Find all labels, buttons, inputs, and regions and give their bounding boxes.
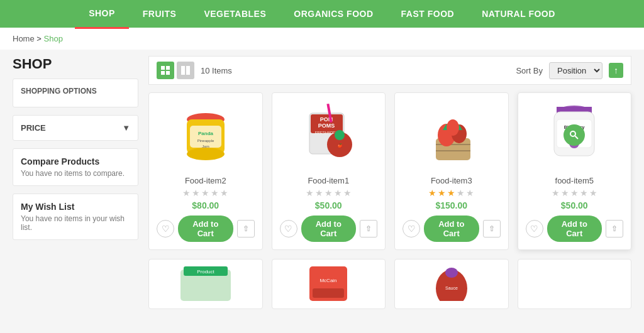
page-title: SHOP <box>13 56 138 72</box>
product-card-bottom-4 <box>518 259 632 309</box>
product-grid-bottom: Product McCain Sauce <box>148 259 631 309</box>
product-price-3: $150.00 <box>435 200 467 210</box>
product-actions-3: ♡ Add to Cart ⇧ <box>402 216 501 242</box>
add-to-cart-button-4[interactable]: Add to Cart <box>547 216 602 242</box>
svg-text:POMS: POMS <box>318 123 335 129</box>
product-name-3: Food-item3 <box>431 176 472 185</box>
product-price-2: $50.00 <box>315 200 342 210</box>
svg-point-8 <box>187 148 225 160</box>
grid-view-button[interactable] <box>157 62 174 79</box>
product-image-2: POM POMS FRESHADES 🍎 <box>294 101 363 170</box>
list-view-button[interactable] <box>177 62 194 79</box>
wishlist-text: You have no items in your wish list. <box>21 214 130 232</box>
svg-text:Panda: Panda <box>198 131 214 136</box>
price-filter-header[interactable]: PRICE ▼ <box>21 123 130 133</box>
product-grid: Panda Pineapple Jam Food-item2 ★ ★ ★ ★ ★… <box>148 92 631 250</box>
svg-text:Pineapple: Pineapple <box>197 139 214 143</box>
main-content: 10 Items Sort By Position Name Price ↑ <box>148 56 631 309</box>
product-actions-1: ♡ Add to Cart ⇧ <box>157 216 255 242</box>
product-price-1: $80.00 <box>192 200 219 210</box>
sort-label: Sort By <box>516 66 543 75</box>
wishlist-button-4[interactable]: ♡ <box>526 220 543 237</box>
svg-point-47 <box>445 268 458 278</box>
svg-point-38 <box>570 131 575 136</box>
svg-text:Product: Product <box>197 269 214 275</box>
compare-button-4[interactable]: ⇧ <box>606 220 623 237</box>
wishlist-box: My Wish List You have no items in your w… <box>13 194 138 240</box>
svg-rect-5 <box>186 66 190 75</box>
product-actions-4: ♡ Add to Cart ⇧ <box>526 216 624 242</box>
svg-text:Sauce: Sauce <box>445 286 458 290</box>
quick-view-overlay[interactable] <box>564 124 585 146</box>
product-name-4: food-item5 <box>555 176 594 185</box>
wishlist-button-3[interactable]: ♡ <box>402 220 420 237</box>
wishlist-title: My Wish List <box>21 202 130 212</box>
sort-direction-button[interactable]: ↑ <box>609 63 623 78</box>
svg-rect-45 <box>313 288 344 298</box>
product-stars-1: ★ ★ ★ ★ ★ <box>182 188 228 198</box>
compare-button-2[interactable]: ⇧ <box>360 220 377 237</box>
product-card-4: Blueberry Supplement ★ food-item5 ★ ★ ★ … <box>518 92 632 250</box>
price-filter-box[interactable]: PRICE ▼ <box>13 115 138 141</box>
product-price-4: $50.00 <box>561 200 588 210</box>
price-arrow-icon: ▼ <box>122 123 130 133</box>
nav-vegetables[interactable]: VEGETABLES <box>190 0 280 28</box>
svg-rect-1 <box>166 66 170 70</box>
product-card-2: POM POMS FRESHADES 🍎 Food-item1 ★ ★ <box>272 92 386 250</box>
shopping-options-box: Shopping Options <box>13 79 138 107</box>
product-stars-4: ★ ★ ★ ★ ★ <box>552 188 597 198</box>
product-card-1: Panda Pineapple Jam Food-item2 ★ ★ ★ ★ ★… <box>148 92 263 250</box>
svg-rect-3 <box>166 71 170 75</box>
product-stars-3: ★ ★ ★ ★ ★ <box>428 188 474 198</box>
product-name-2: Food-item1 <box>308 176 349 185</box>
svg-rect-2 <box>161 71 165 75</box>
product-card-bottom-3: Sauce <box>394 259 509 309</box>
product-image-1: Panda Pineapple Jam <box>171 101 240 170</box>
product-card-bottom-2: McCain <box>272 259 386 309</box>
product-actions-2: ♡ Add to Cart ⇧ <box>280 216 378 242</box>
add-to-cart-button-1[interactable]: Add to Cart <box>178 216 233 242</box>
svg-text:McCain: McCain <box>320 278 337 283</box>
breadcrumb-home[interactable]: Home <box>13 34 35 43</box>
view-icons <box>157 62 194 79</box>
wishlist-button-2[interactable]: ♡ <box>280 220 297 237</box>
svg-text:🍎: 🍎 <box>338 143 343 148</box>
svg-line-39 <box>575 136 579 139</box>
nav-fruits[interactable]: FRUITS <box>129 0 191 28</box>
toolbar: 10 Items Sort By Position Name Price ↑ <box>148 56 631 85</box>
svg-point-19 <box>335 130 345 140</box>
svg-rect-0 <box>161 66 165 70</box>
sidebar: SHOP Shopping Options PRICE ▼ Compare Pr… <box>13 56 138 309</box>
breadcrumb-sep: > <box>36 34 42 43</box>
main-nav: SHOP FRUITS VEGETABLES ORGANICS FOOD FAS… <box>0 0 644 28</box>
nav-fastfood[interactable]: FAST FOOD <box>387 0 469 28</box>
svg-point-29 <box>447 119 459 136</box>
price-label: PRICE <box>21 123 46 133</box>
compare-button-3[interactable]: ⇧ <box>483 220 501 237</box>
product-stars-2: ★ ★ ★ ★ ★ <box>306 188 352 198</box>
compare-title: Compare Products <box>21 156 130 166</box>
product-image-3 <box>417 101 486 170</box>
breadcrumb: Home > Shop <box>0 28 644 50</box>
compare-text: You have no items to compare. <box>21 169 130 178</box>
product-card-bottom-1: Product <box>148 259 263 309</box>
breadcrumb-current: Shop <box>44 34 63 43</box>
svg-text:Jam: Jam <box>202 145 209 148</box>
add-to-cart-button-2[interactable]: Add to Cart <box>301 216 357 242</box>
compare-button-1[interactable]: ⇧ <box>237 220 255 237</box>
page-container: SHOP Shopping Options PRICE ▼ Compare Pr… <box>0 50 644 315</box>
product-name-1: Food-item2 <box>185 176 226 185</box>
items-count: 10 Items <box>201 66 509 75</box>
nav-naturalfood[interactable]: NATURAL FOOD <box>468 0 569 28</box>
product-card-3: Food-item3 ★ ★ ★ ★ ★ $150.00 ♡ Add to Ca… <box>394 92 509 250</box>
compare-products-box: Compare Products You have no items to co… <box>13 148 138 186</box>
nav-shop[interactable]: SHOP <box>75 0 129 29</box>
nav-organics[interactable]: ORGANICS FOOD <box>280 0 387 28</box>
shopping-options-label: Shopping Options <box>21 87 130 96</box>
sort-select[interactable]: Position Name Price <box>549 62 602 79</box>
product-image-4: Blueberry Supplement ★ <box>540 101 609 170</box>
wishlist-button-1[interactable]: ♡ <box>157 220 174 237</box>
svg-rect-4 <box>181 66 185 75</box>
add-to-cart-button-3[interactable]: Add to Cart <box>424 216 479 242</box>
